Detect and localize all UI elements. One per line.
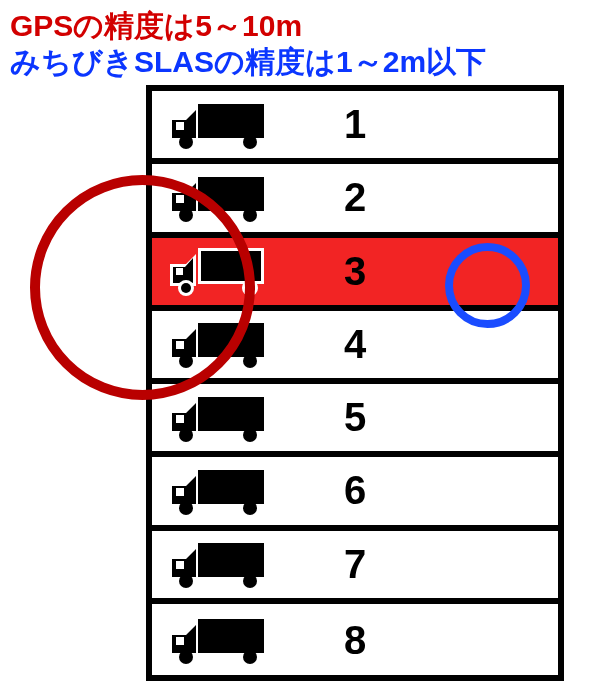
slas-accuracy-circle — [445, 243, 530, 328]
berth-number: 6 — [158, 468, 552, 513]
berth-row: 1 — [152, 91, 558, 164]
berth-row: 5 — [152, 384, 558, 457]
gps-accuracy-circle — [30, 175, 255, 400]
slas-accuracy-title: みちびきSLASの精度は1～2m以下 — [10, 42, 486, 83]
berth-row: 6 — [152, 457, 558, 530]
berth-number: 7 — [158, 542, 552, 587]
berth-number: 8 — [158, 618, 552, 663]
gps-accuracy-title: GPSの精度は5～10m — [10, 6, 302, 47]
berth-number: 5 — [158, 395, 552, 440]
berth-number: 1 — [158, 102, 552, 147]
diagram-canvas: GPSの精度は5～10m みちびきSLASの精度は1～2m以下 1 — [0, 0, 612, 700]
truck-berth-table: 1 2 — [146, 85, 564, 681]
berth-row: 7 — [152, 531, 558, 604]
berth-row: 8 — [152, 604, 558, 677]
